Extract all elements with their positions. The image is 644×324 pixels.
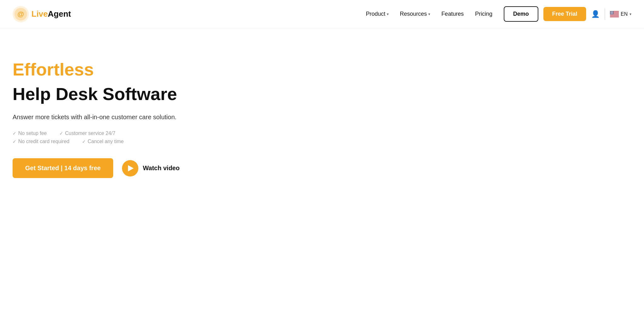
svg-point-31 <box>610 12 611 13</box>
svg-point-43 <box>613 13 613 13</box>
svg-point-37 <box>610 13 611 13</box>
svg-rect-9 <box>610 16 619 17</box>
svg-point-55 <box>613 14 613 14</box>
svg-point-53 <box>612 14 612 14</box>
get-started-button[interactable]: Get Started | 14 days free <box>13 158 113 178</box>
svg-point-30 <box>613 12 613 12</box>
hero-title: Help Desk Software <box>13 84 208 104</box>
play-icon <box>122 160 138 176</box>
svg-point-41 <box>612 13 612 13</box>
svg-point-20 <box>611 11 612 12</box>
svg-point-45 <box>611 13 611 14</box>
svg-point-14 <box>612 11 612 11</box>
user-icon[interactable]: 👤 <box>591 10 600 18</box>
navbar: @ LiveAgent Product ▾ Resources ▾ Featur… <box>0 0 644 28</box>
check-customer-service: ✓ Customer service 24/7 <box>59 131 115 136</box>
svg-point-21 <box>612 11 612 12</box>
check-cancel-anytime: ✓ Cancel any time <box>82 139 124 144</box>
svg-point-34 <box>612 12 612 13</box>
hero-tagline: Effortless <box>13 60 208 79</box>
svg-point-27 <box>612 12 612 12</box>
checkmark-icon: ✓ <box>13 139 16 144</box>
svg-rect-8 <box>610 15 619 16</box>
watch-video-button[interactable]: Watch video <box>122 160 180 176</box>
check-no-setup-fee: ✓ No setup fee <box>13 131 47 136</box>
svg-point-38 <box>611 13 611 13</box>
checkmark-icon: ✓ <box>82 139 86 144</box>
lang-chevron-icon: ▾ <box>630 12 631 16</box>
svg-point-25 <box>611 12 611 12</box>
svg-point-51 <box>611 14 611 14</box>
hero-subtitle: Answer more tickets with all-in-one cust… <box>13 112 208 122</box>
svg-point-52 <box>611 14 611 14</box>
svg-point-36 <box>613 12 613 13</box>
svg-point-24 <box>610 12 611 12</box>
svg-point-40 <box>612 13 612 13</box>
svg-point-48 <box>612 13 613 14</box>
svg-point-13 <box>611 11 611 11</box>
svg-point-33 <box>611 12 612 13</box>
nav-item-resources[interactable]: Resources ▾ <box>400 11 430 17</box>
svg-point-32 <box>611 12 611 13</box>
svg-point-47 <box>612 13 612 14</box>
us-flag-icon <box>610 11 619 17</box>
language-selector[interactable]: EN ▾ <box>610 11 631 17</box>
svg-point-44 <box>610 13 611 14</box>
nav-actions: Demo Free Trial 👤 <box>504 6 631 22</box>
svg-point-26 <box>611 12 611 12</box>
svg-point-54 <box>612 14 612 14</box>
svg-point-56 <box>613 14 613 14</box>
check-no-credit-card: ✓ No credit card required <box>13 139 69 144</box>
svg-point-49 <box>613 13 613 14</box>
svg-point-46 <box>611 13 612 14</box>
hero-checks-row-2: ✓ No credit card required ✓ Cancel any t… <box>13 139 208 144</box>
nav-links: Product ▾ Resources ▾ Features Pricing <box>366 11 492 17</box>
svg-text:@: @ <box>17 10 24 18</box>
free-trial-button[interactable]: Free Trial <box>543 7 586 21</box>
checkmark-icon: ✓ <box>59 131 63 136</box>
svg-point-50 <box>610 14 611 14</box>
chevron-down-icon: ▾ <box>387 12 389 16</box>
svg-point-11 <box>610 11 611 11</box>
svg-point-42 <box>613 13 613 13</box>
svg-point-17 <box>613 11 613 11</box>
nav-item-product[interactable]: Product ▾ <box>366 11 389 17</box>
hero-checks: ✓ No setup fee ✓ Customer service 24/7 ✓… <box>13 131 208 144</box>
hero-checks-row-1: ✓ No setup fee ✓ Customer service 24/7 <box>13 131 208 136</box>
svg-point-16 <box>613 11 613 11</box>
hero-actions: Get Started | 14 days free Watch video <box>13 158 208 178</box>
svg-point-28 <box>612 12 612 12</box>
hero-section: Effortless Help Desk Software Answer mor… <box>0 28 220 203</box>
svg-point-23 <box>613 11 613 12</box>
demo-button[interactable]: Demo <box>504 6 538 22</box>
svg-point-29 <box>613 12 613 12</box>
logo-link[interactable]: @ LiveAgent <box>13 6 71 22</box>
nav-item-features[interactable]: Features <box>441 11 464 17</box>
svg-point-39 <box>611 13 611 13</box>
logo-icon: @ <box>13 6 29 22</box>
svg-point-15 <box>612 11 612 11</box>
svg-point-35 <box>612 12 613 13</box>
nav-item-pricing[interactable]: Pricing <box>475 11 492 17</box>
checkmark-icon: ✓ <box>13 131 16 136</box>
svg-point-18 <box>610 11 611 12</box>
svg-point-22 <box>612 11 613 12</box>
logo-text: LiveAgent <box>31 9 71 19</box>
nav-divider <box>605 8 605 20</box>
svg-point-12 <box>611 11 611 11</box>
chevron-down-icon: ▾ <box>428 12 430 16</box>
watch-video-label: Watch video <box>143 165 180 172</box>
lang-label: EN <box>621 11 628 17</box>
svg-rect-7 <box>610 14 619 15</box>
svg-point-19 <box>611 11 611 12</box>
